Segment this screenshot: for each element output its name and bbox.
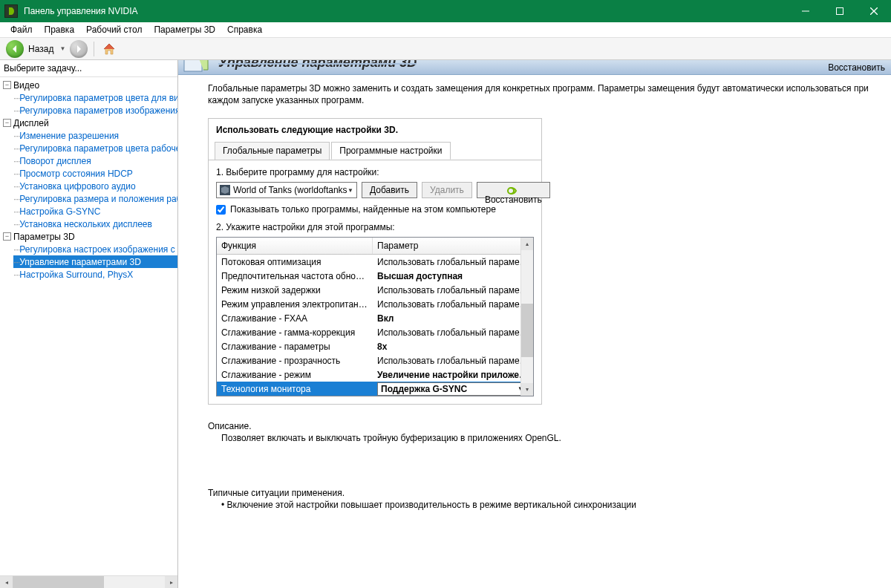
- expander-icon[interactable]: −: [3, 119, 11, 127]
- description-title: Описание.: [208, 421, 728, 431]
- back-dropdown[interactable]: ▼: [56, 45, 68, 52]
- close-button[interactable]: [857, 0, 891, 22]
- window-title: Панель управления NVIDIA: [24, 6, 789, 16]
- grid-row[interactable]: Технология монитораПоддержка G-SYNC▼: [217, 382, 533, 396]
- show-only-found-checkbox[interactable]: Показывать только программы, найденные н…: [216, 204, 534, 215]
- page-title: Управление параметрами 3D: [218, 60, 417, 71]
- settings-grid: Функция Параметр Потоковая оптимизацияИс…: [216, 237, 534, 396]
- svg-rect-1: [837, 8, 843, 15]
- menu-3d[interactable]: Параметры 3D: [148, 23, 221, 36]
- grid-vertical-scrollbar[interactable]: ▴ ▾: [520, 238, 533, 396]
- expander-icon[interactable]: −: [3, 81, 11, 89]
- tree-item-label: Управление параметрами 3D: [19, 257, 141, 267]
- grid-row[interactable]: Сглаживание - прозрачностьИспользовать г…: [217, 353, 533, 368]
- tree-item-label: Просмотр состояния HDCP: [19, 169, 133, 179]
- tree-item-label: Настройка Surround, PhysX: [19, 270, 133, 280]
- home-button[interactable]: [100, 40, 118, 58]
- checkbox-label: Показывать только программы, найденные н…: [230, 204, 496, 215]
- tree-item[interactable]: ····Регулировка параметров изображения д: [13, 104, 177, 117]
- grid-row[interactable]: Режим низкой задержкиИспользовать глобал…: [217, 283, 533, 297]
- intro-text: Глобальные параметры 3D можно заменить и…: [208, 82, 876, 106]
- program-select[interactable]: World of Tanks (worldoftanks.e... ▼: [216, 182, 357, 198]
- tree-item-label: Поворот дисплея: [19, 156, 91, 166]
- grid-row[interactable]: Сглаживание - FXAAВкл: [217, 311, 533, 325]
- tree-item[interactable]: ····Регулировка настроек изображения с п…: [13, 243, 177, 255]
- scroll-thumb[interactable]: [13, 576, 104, 588]
- grid-cell-function: Потоковая оптимизация: [217, 255, 373, 269]
- grid-row[interactable]: Предпочтительная частота обновлени...Выс…: [217, 269, 533, 283]
- grid-row[interactable]: Сглаживание - режимУвеличение настройки …: [217, 368, 533, 382]
- description-block: Описание. Позволяет включать и выключать…: [208, 421, 728, 443]
- scroll-right-icon[interactable]: ▸: [165, 576, 177, 589]
- grid-scroll-thumb[interactable]: [521, 304, 533, 357]
- restore-button[interactable]: Восстановить: [477, 182, 550, 198]
- back-button[interactable]: [6, 40, 24, 58]
- checkbox-input[interactable]: [216, 205, 226, 215]
- sidebar-header: Выберите задачу...: [0, 60, 177, 77]
- tree-item[interactable]: ····Регулировка параметров цвета рабочег: [13, 142, 177, 154]
- grid-row[interactable]: Режим управления электропитаниемИспользо…: [217, 297, 533, 311]
- tree-item-label: Настройка G-SYNC: [19, 206, 100, 217]
- grid-row[interactable]: Потоковая оптимизацияИспользовать глобал…: [217, 255, 533, 269]
- scroll-left-icon[interactable]: ◂: [0, 576, 13, 589]
- tree-item[interactable]: ····Изменение разрешения: [13, 129, 177, 142]
- main-content: Управление параметрами 3D Восстановить Г…: [178, 60, 891, 588]
- tree-group[interactable]: −Видео: [3, 79, 177, 91]
- program-icon: [220, 185, 230, 195]
- grid-cell-parameter[interactable]: Использовать глобальный параметр (В...: [373, 354, 533, 368]
- back-label: Назад: [28, 44, 53, 54]
- parameter-dropdown[interactable]: Поддержка G-SYNC▼: [377, 382, 527, 396]
- grid-header-parameter[interactable]: Параметр: [373, 238, 533, 254]
- forward-button[interactable]: [70, 40, 88, 58]
- tree-item[interactable]: ····Просмотр состояния HDCP: [13, 167, 177, 180]
- scroll-up-icon[interactable]: ▴: [521, 238, 533, 250]
- tabs: Глобальные параметры Программные настрой…: [209, 142, 541, 160]
- header-icon: [181, 60, 211, 76]
- tab-global[interactable]: Глобальные параметры: [215, 142, 330, 160]
- tree-group[interactable]: −Дисплей: [3, 117, 177, 129]
- grid-row[interactable]: Сглаживание - гамма-коррекцияИспользоват…: [217, 325, 533, 339]
- tree-item[interactable]: ····Настройка Surround, PhysX: [13, 268, 177, 281]
- grid-cell-parameter[interactable]: Вкл: [373, 312, 533, 325]
- grid-header-function[interactable]: Функция: [217, 238, 373, 254]
- expander-icon[interactable]: −: [3, 232, 11, 241]
- grid-cell-parameter[interactable]: Использовать глобальный параметр (О...: [373, 298, 533, 311]
- tree-item[interactable]: ····Регулировка параметров цвета для вид: [13, 91, 177, 104]
- tree-item[interactable]: ····Регулировка размера и положения рабо: [13, 192, 177, 205]
- maximize-button[interactable]: [823, 0, 857, 22]
- grid-cell-parameter[interactable]: 8x: [373, 340, 533, 353]
- tree-item-label: Регулировка параметров цвета для вид: [19, 93, 177, 103]
- restore-defaults-link[interactable]: Восстановить: [828, 62, 885, 73]
- usage-title: Типичные ситуации применения.: [208, 488, 876, 498]
- titlebar: Панель управления NVIDIA: [0, 0, 891, 22]
- tree-item[interactable]: ····Настройка G-SYNC: [13, 205, 177, 218]
- content-header: Управление параметрами 3D Восстановить: [178, 60, 891, 75]
- svg-rect-4: [184, 60, 202, 71]
- add-button[interactable]: Добавить: [362, 182, 417, 198]
- tree-item[interactable]: ····Установка нескольких дисплеев: [13, 218, 177, 230]
- menu-edit[interactable]: Правка: [39, 23, 81, 36]
- menu-help[interactable]: Справка: [221, 23, 268, 36]
- chevron-down-icon: ▼: [347, 187, 353, 194]
- tab-program[interactable]: Программные настройки: [331, 142, 450, 160]
- grid-cell-parameter[interactable]: Использовать глобальный параметр (А...: [373, 255, 533, 269]
- grid-cell-parameter[interactable]: Использовать глобальный параметр (В...: [373, 284, 533, 297]
- grid-cell-parameter[interactable]: Увеличение настройки приложения: [373, 368, 533, 382]
- sidebar-horizontal-scrollbar[interactable]: ◂ ▸: [0, 575, 177, 588]
- grid-cell-parameter[interactable]: Использовать глобальный параметр (Вкл): [373, 326, 533, 339]
- grid-cell-parameter[interactable]: Высшая доступная: [373, 270, 533, 283]
- toolbar: Назад ▼: [0, 38, 891, 60]
- tree-item[interactable]: ····Управление параметрами 3D: [13, 255, 177, 268]
- minimize-button[interactable]: [789, 0, 823, 22]
- menu-desktop[interactable]: Рабочий стол: [80, 23, 148, 36]
- grid-cell-function: Сглаживание - параметры: [217, 340, 373, 353]
- nvidia-icon: [507, 186, 518, 194]
- scroll-down-icon[interactable]: ▾: [521, 383, 533, 396]
- tree-item-label: Регулировка размера и положения рабо: [19, 194, 177, 204]
- menu-file[interactable]: Файл: [4, 23, 39, 36]
- grid-cell-parameter[interactable]: Поддержка G-SYNC▼: [373, 381, 533, 396]
- tree-item[interactable]: ····Поворот дисплея: [13, 154, 177, 167]
- tree-item[interactable]: ····Установка цифрового аудио: [13, 180, 177, 192]
- grid-row[interactable]: Сглаживание - параметры8x: [217, 339, 533, 353]
- tree-group[interactable]: −Параметры 3D: [3, 230, 177, 243]
